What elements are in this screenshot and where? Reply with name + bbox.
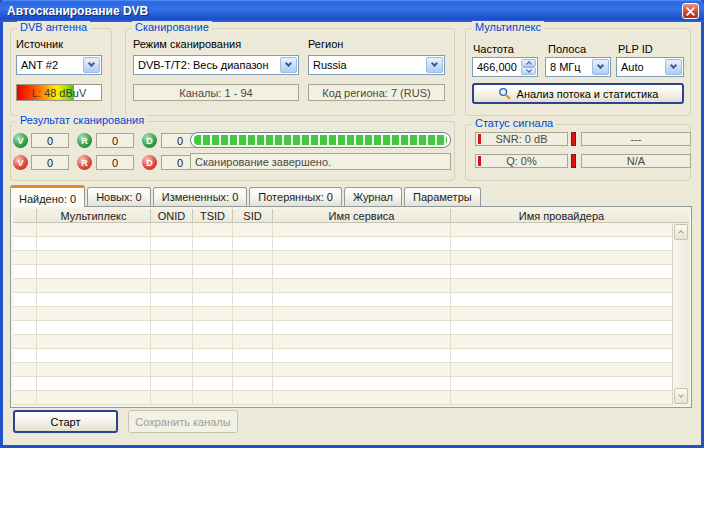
result-group: Результат сканирования: [10, 121, 455, 181]
tab-new[interactable]: Новых: 0: [87, 187, 151, 206]
region-code-field: Код региона: 7 (RUS): [308, 84, 445, 101]
window-title: Автосканирование DVB: [0, 4, 148, 18]
quality-level-mini-bar: [478, 156, 481, 166]
chevron-down-icon: [678, 392, 684, 398]
video-found-icon: V: [13, 133, 28, 148]
source-dropdown-button[interactable]: [83, 57, 100, 73]
antenna-group-label: DVB антенна: [17, 21, 90, 33]
start-button[interactable]: Старт: [13, 410, 118, 433]
data-found-icon: D: [142, 133, 157, 148]
source-select[interactable]: ANT #2: [16, 55, 102, 75]
quality-red-bar: [571, 154, 576, 168]
snr-level-mini-bar: [478, 134, 481, 144]
mux-group-label: Мультиплекс: [472, 21, 544, 33]
frequency-label: Частота: [473, 43, 514, 55]
data-lost-icon: D: [142, 155, 157, 170]
column-header-provider[interactable]: Имя провайдера: [451, 209, 672, 222]
radio-lost-icon: R: [77, 155, 92, 170]
column-header-service[interactable]: Имя сервиса: [273, 209, 451, 222]
scan-mode-select[interactable]: DVB-T/T2: Весь диапазон: [133, 55, 299, 75]
save-channels-button: Сохранить каналы: [128, 410, 238, 433]
close-button[interactable]: [682, 3, 699, 19]
scan-group-label: Сканирование: [132, 21, 212, 33]
title-bar[interactable]: Автосканирование DVB: [0, 0, 704, 22]
tab-bar: Найдено: 0 Новых: 0 Измененных: 0 Потеря…: [10, 185, 483, 206]
scan-mode-label: Режим сканирования: [133, 38, 241, 50]
chevron-down-icon: [285, 60, 292, 67]
table-row: [13, 335, 672, 349]
source-label: Источник: [16, 38, 63, 50]
region-dropdown-button[interactable]: [426, 57, 443, 73]
table-row: [13, 307, 672, 321]
channels-info-field: Каналы: 1 - 94: [133, 84, 299, 101]
table-row: [13, 377, 672, 391]
scan-progress-bar: [190, 132, 451, 148]
column-header-onid[interactable]: ONID: [151, 209, 193, 222]
quality-label: Q: 0%: [506, 155, 537, 167]
signal-group-label: Статус сигнала: [472, 117, 556, 129]
frequency-value: 466,000: [473, 58, 520, 76]
scan-mode-dropdown-button[interactable]: [280, 57, 297, 73]
quality-field: Q: 0%: [475, 154, 568, 168]
chevron-down-icon: [597, 62, 604, 69]
magnifier-icon: [498, 87, 511, 100]
signal-level-text: L: 48 dBuV: [17, 85, 101, 100]
analyze-stream-button[interactable]: Анализ потока и статистика: [472, 83, 684, 104]
autoscan-dialog: Автосканирование DVB DVB антенна Источни…: [0, 0, 704, 448]
band-dropdown-button[interactable]: [592, 59, 609, 75]
signal-level-indicator: L: 48 dBuV: [16, 84, 102, 101]
table-row: [13, 293, 672, 307]
table-row: [13, 279, 672, 293]
chevron-down-icon: [526, 67, 532, 73]
region-value: Russia: [309, 56, 425, 74]
snr-field: SNR: 0 dB: [475, 132, 568, 146]
tab-found[interactable]: Найдено: 0: [10, 185, 85, 207]
close-icon: [686, 7, 695, 16]
scroll-up-button[interactable]: [674, 224, 688, 240]
frequency-input[interactable]: 466,000: [472, 57, 538, 77]
chevron-down-icon: [431, 60, 438, 67]
scroll-down-button[interactable]: [674, 388, 688, 404]
tab-journal[interactable]: Журнал: [344, 187, 402, 206]
frequency-down-button[interactable]: [521, 67, 536, 75]
chevron-down-icon: [88, 60, 95, 67]
scan-mode-value: DVB-T/T2: Весь диапазон: [134, 56, 279, 74]
table-body[interactable]: [13, 223, 689, 405]
table-row: [13, 363, 672, 377]
vertical-scrollbar[interactable]: [672, 223, 689, 405]
band-value: 8 МГц: [546, 58, 591, 76]
region-label: Регион: [308, 38, 343, 50]
analyze-stream-label: Анализ потока и статистика: [517, 88, 659, 100]
radio-found-count: 0: [96, 133, 134, 148]
chevron-down-icon: [670, 62, 677, 69]
result-group-label: Результат сканирования: [17, 114, 147, 126]
table-row: [13, 251, 672, 265]
column-header-select[interactable]: [13, 209, 37, 222]
scan-status-field: Сканирование завершено.: [190, 153, 451, 170]
table-row: [13, 223, 672, 237]
video-lost-count: 0: [31, 155, 69, 170]
chevron-up-icon: [678, 230, 684, 236]
region-select[interactable]: Russia: [308, 55, 445, 75]
tab-lost[interactable]: Потерянных: 0: [249, 187, 342, 206]
plp-dropdown-button[interactable]: [665, 59, 682, 75]
tab-changed[interactable]: Измененных: 0: [153, 187, 248, 206]
channels-table: Мультиплекс ONID TSID SID Имя сервиса Им…: [13, 209, 689, 405]
video-lost-icon: V: [13, 155, 28, 170]
plp-select[interactable]: Auto: [616, 57, 684, 77]
plp-value: Auto: [617, 58, 664, 76]
column-header-multiplex[interactable]: Мультиплекс: [37, 209, 151, 222]
video-found-count: 0: [31, 133, 69, 148]
column-header-sid[interactable]: SID: [233, 209, 273, 222]
column-header-tsid[interactable]: TSID: [193, 209, 233, 222]
tab-panel: Мультиплекс ONID TSID SID Имя сервиса Им…: [10, 206, 692, 408]
quality-value-field: N/A: [581, 154, 691, 168]
tab-parameters[interactable]: Параметры: [404, 187, 481, 206]
table-row: [13, 237, 672, 251]
table-row: [13, 391, 672, 405]
radio-found-icon: R: [77, 133, 92, 148]
source-value: ANT #2: [17, 56, 82, 74]
table-header: Мультиплекс ONID TSID SID Имя сервиса Им…: [13, 209, 689, 223]
band-select[interactable]: 8 МГц: [545, 57, 611, 77]
snr-red-bar: [571, 132, 576, 146]
